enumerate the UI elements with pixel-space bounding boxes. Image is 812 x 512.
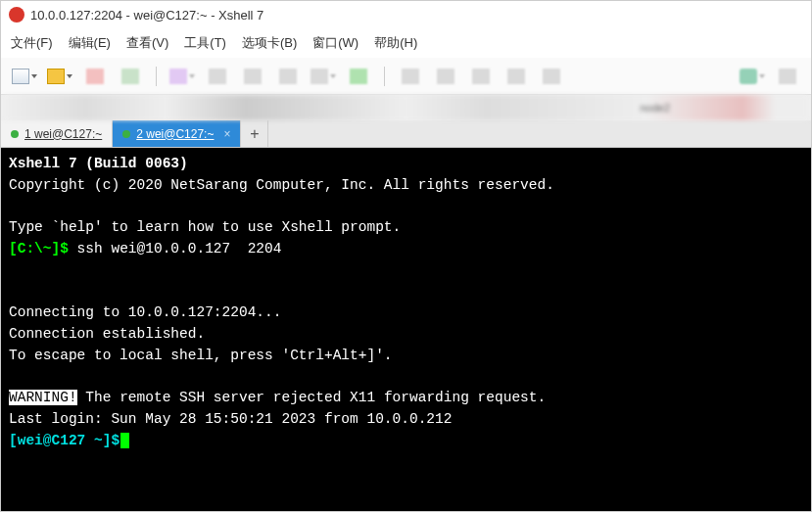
plus-icon: + [250,125,259,143]
toolbar-button[interactable] [502,65,530,88]
session-tab-label: 1 wei@C127:~ [24,127,102,141]
toolbar-button[interactable] [774,65,801,88]
window-title: 10.0.0.127:2204 - wei@C127:~ - Xshell 7 [30,8,263,23]
toolbar-button[interactable] [239,65,266,88]
terminal-line: Connecting to 10.0.0.127:2204... [9,304,281,320]
toolbar-button[interactable] [168,65,196,88]
cursor-icon [120,433,129,448]
session-tab-1[interactable]: 1 wei@C127:~ [1,120,113,147]
toolbar [1,58,811,95]
terminal-line: To escape to local shell, press 'Ctrl+Al… [9,348,393,363]
title-bar: 10.0.0.127:2204 - wei@C127:~ - Xshell 7 [1,1,811,28]
toolbar-separator [156,67,157,86]
terminal-line: Type `help' to learn how to use Xshell p… [9,219,401,235]
blur-label: node2 [640,102,670,114]
menu-tabs[interactable]: 选项卡(B) [242,34,297,52]
status-dot-icon [122,130,130,138]
toolbar-button[interactable] [274,65,302,88]
menu-file[interactable]: 文件(F) [11,34,53,52]
menu-tools[interactable]: 工具(T) [184,34,226,52]
toolbar-button[interactable] [739,65,766,88]
session-tab-label: 2 wei@C127:~ [136,127,214,141]
toolbar-button[interactable] [467,65,495,88]
terminal-command: ssh wei@10.0.0.127 2204 [69,241,282,256]
toolbar-button[interactable] [432,65,459,88]
toolbar-open-button[interactable] [46,65,73,88]
toolbar-new-session-button[interactable] [11,65,38,88]
toolbar-button[interactable] [538,65,565,88]
terminal-warning: WARNING! [9,390,77,405]
app-icon [9,7,24,23]
terminal-line: Copyright (c) 2020 NetSarang Computer, I… [9,177,554,193]
session-tabs: 1 wei@C127:~ 2 wei@C127:~ × + [1,120,811,148]
terminal-line: Connection established. [9,326,205,342]
menu-view[interactable]: 查看(V) [126,34,168,52]
terminal-prompt: [wei@C127 ~]$ [9,433,119,448]
status-dot-icon [11,130,19,138]
terminal-line: Last login: Sun May 28 15:50:21 2023 fro… [9,411,452,427]
terminal[interactable]: Xshell 7 (Build 0063) Copyright (c) 2020… [1,148,811,511]
new-tab-button[interactable]: + [241,120,268,147]
terminal-line: The remote SSH server rejected X11 forwa… [77,390,547,405]
menu-help[interactable]: 帮助(H) [374,34,417,52]
toolbar-button[interactable] [397,65,424,88]
toolbar-button[interactable] [345,65,372,88]
terminal-line: Xshell 7 (Build 0063) [9,156,188,171]
menu-window[interactable]: 窗口(W) [312,34,358,52]
toolbar-button[interactable] [310,65,337,88]
terminal-prompt: [C:\~]$ [9,241,69,256]
menu-bar: 文件(F) 编辑(E) 查看(V) 工具(T) 选项卡(B) 窗口(W) 帮助(… [1,28,811,58]
toolbar-separator [384,67,385,86]
toolbar-button[interactable] [81,65,109,88]
menu-edit[interactable]: 编辑(E) [69,34,111,52]
session-tab-2[interactable]: 2 wei@C127:~ × [113,120,241,147]
tab-close-icon[interactable]: × [223,127,230,141]
blurred-address-bar: node2 [5,95,807,120]
toolbar-button[interactable] [117,65,144,88]
toolbar-button[interactable] [204,65,231,88]
